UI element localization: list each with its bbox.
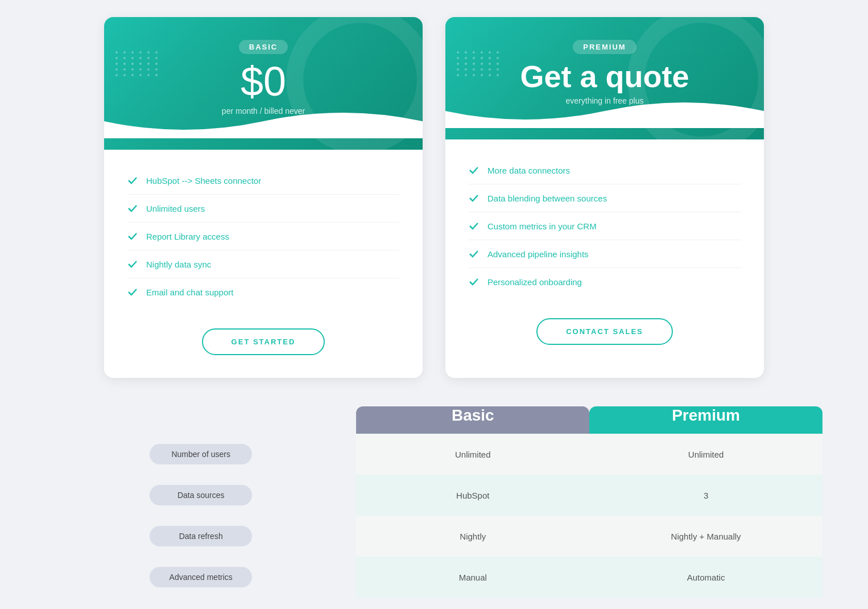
basic-value: Nightly (356, 516, 589, 557)
feature-label: Number of users (46, 434, 356, 475)
premium-value: Unlimited (589, 434, 822, 475)
basic-header: BASIC $0 per month / billed never (104, 17, 423, 150)
basic-badge: BASIC (239, 40, 288, 54)
get-started-button[interactable]: GET STARTED (202, 328, 325, 355)
check-icon (468, 276, 480, 287)
basic-card: BASIC $0 per month / billed never HubSpo… (104, 17, 423, 378)
premium-col-header: Premium (589, 406, 822, 434)
premium-card: PREMIUM Get a quote everything in free p… (445, 17, 764, 378)
check-icon (127, 258, 138, 270)
feature-label: Data sources (46, 475, 356, 516)
basic-price: $0 (127, 61, 400, 102)
list-item: Report Library access (127, 223, 400, 250)
premium-value: Automatic (589, 557, 822, 598)
basic-value: Manual (356, 557, 589, 598)
dots-decoration (115, 51, 160, 76)
list-item: Custom metrics in your CRM (468, 212, 741, 240)
check-icon (468, 192, 480, 204)
feature-label: Advanced metrics (46, 557, 356, 598)
premium-header: PREMIUM Get a quote everything in free p… (445, 17, 764, 139)
premium-badge: PREMIUM (573, 40, 636, 54)
check-icon (468, 220, 480, 232)
check-icon (468, 248, 480, 260)
feature-label: Data refresh (46, 516, 356, 557)
check-icon (468, 164, 480, 176)
table-row: Data refresh Nightly Nightly + Manually (46, 516, 822, 557)
premium-features: More data connectors Data blending betwe… (468, 157, 741, 295)
list-item: Data blending between sources (468, 184, 741, 212)
premium-body: More data connectors Data blending betwe… (445, 139, 764, 368)
check-icon (127, 286, 138, 298)
basic-col-header: Basic (356, 406, 589, 434)
pricing-cards: BASIC $0 per month / billed never HubSpo… (23, 17, 845, 378)
check-icon (127, 175, 138, 186)
list-item: Advanced pipeline insights (468, 240, 741, 268)
premium-value: 3 (589, 475, 822, 516)
list-item: HubSpot --> Sheets connector (127, 167, 400, 195)
basic-value: HubSpot (356, 475, 589, 516)
basic-price-sub: per month / billed never (127, 106, 400, 116)
basic-features: HubSpot --> Sheets connector Unlimited u… (127, 167, 400, 306)
check-icon (127, 231, 138, 242)
comparison-table: Basic Premium Number of users Unlimited … (46, 406, 822, 598)
table-row: Data sources HubSpot 3 (46, 475, 822, 516)
list-item: Unlimited users (127, 195, 400, 223)
contact-sales-button[interactable]: CONTACT SALES (536, 318, 673, 345)
table-row: Number of users Unlimited Unlimited (46, 434, 822, 475)
table-row: Advanced metrics Manual Automatic (46, 557, 822, 598)
label-col-header (46, 406, 356, 434)
premium-quote-sub: everything in free plus (468, 96, 741, 105)
basic-value: Unlimited (356, 434, 589, 475)
list-item: Email and chat support (127, 278, 400, 306)
premium-value: Nightly + Manually (589, 516, 822, 557)
check-icon (127, 203, 138, 214)
basic-body: HubSpot --> Sheets connector Unlimited u… (104, 150, 423, 378)
comparison-section: Basic Premium Number of users Unlimited … (23, 406, 845, 598)
list-item: More data connectors (468, 157, 741, 184)
list-item: Nightly data sync (127, 250, 400, 278)
dots-decoration (457, 51, 501, 76)
premium-quote: Get a quote (468, 61, 741, 92)
list-item: Personalized onboarding (468, 268, 741, 295)
comparison-header-row: Basic Premium (46, 406, 822, 434)
